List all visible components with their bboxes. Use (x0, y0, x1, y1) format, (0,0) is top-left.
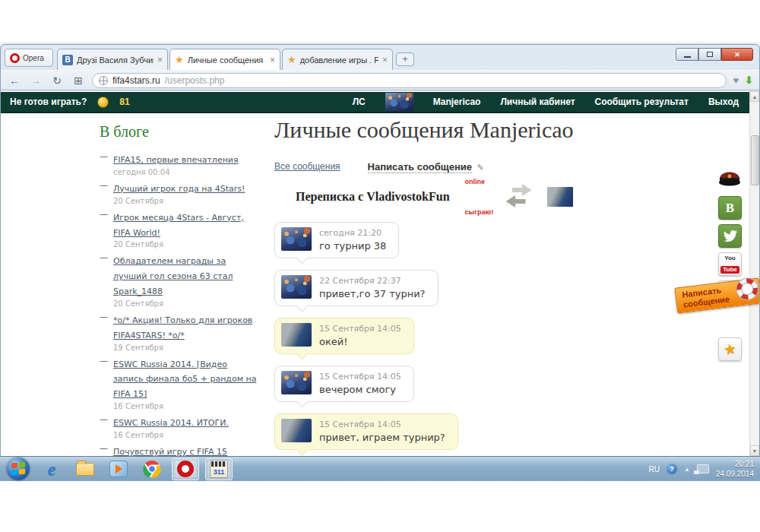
restore-button[interactable] (698, 48, 721, 61)
message-date: 22 Сентября 22:37 (319, 276, 426, 286)
bookmark-heart-icon[interactable]: ♥ (733, 74, 739, 86)
blog-date: 20 Сентября (113, 240, 259, 249)
window-controls: ✕ (676, 48, 753, 61)
tray-expand-icon[interactable]: ▲ (684, 466, 690, 473)
blog-link[interactable]: *o/* Акция! Только для игроков FIFA4STAR… (113, 315, 252, 340)
opera-menu-button[interactable]: Opera (5, 49, 53, 67)
speed-dial-icon[interactable]: ⊞ (71, 75, 86, 86)
blog-link[interactable]: Лучший игрок года на 4Stars! (113, 184, 245, 194)
blog-link[interactable]: ESWC Russia 2014. ИТОГИ. (113, 418, 229, 428)
tray-time: 20:21 (735, 460, 754, 468)
minimize-button[interactable] (676, 48, 698, 61)
ready-to-play-label[interactable]: Не готов играть? (10, 97, 87, 107)
message-text: го турнир 38 (319, 240, 386, 252)
scroll-down-icon[interactable]: ▼ (750, 445, 759, 456)
new-tab-button[interactable]: + (396, 52, 414, 66)
blog-date: 20 Сентября (113, 299, 259, 308)
url-host: fifa4stars.ru (112, 75, 160, 86)
blog-link[interactable]: FIFA15, первые впечатления (113, 155, 239, 165)
download-arrow-icon[interactable]: ⬇ (745, 74, 753, 86)
taskbar-opera[interactable] (172, 458, 199, 480)
opera-icon (177, 461, 194, 477)
close-tab-icon[interactable]: × (270, 55, 275, 65)
twitter-icon[interactable] (718, 224, 742, 248)
tray-clock[interactable]: 20:21 24.09.2014 (716, 459, 754, 479)
folder-icon (76, 463, 94, 476)
opera-window: Opera В Друзі Василя Зубчика | З × ★ Лич… (0, 44, 760, 456)
blog-link[interactable]: ESWC Russia 2014. [Видео запись финала б… (113, 359, 256, 400)
blog-item: Почувствуй игру с FIFA 15 16 Сентября (100, 443, 259, 456)
message-date: 15 Сентября 14:05 (319, 372, 401, 382)
message-text: привет,го 37 турни? (319, 288, 426, 299)
close-button[interactable]: ✕ (721, 48, 753, 61)
ie-icon: e (48, 459, 56, 480)
nav-pm-link[interactable]: ЛС (353, 97, 366, 107)
blog-link[interactable]: Обладателем награды за лучший гол сезона… (113, 256, 233, 296)
language-indicator[interactable]: RU (649, 465, 660, 473)
globe-icon (99, 76, 108, 85)
tab-vk-friends[interactable]: В Друзі Василя Зубчика | З × (57, 49, 168, 70)
message-avatar[interactable] (281, 323, 312, 347)
nav-logout-link[interactable]: Выход (708, 97, 739, 107)
own-avatar[interactable] (547, 187, 573, 207)
desktop: Opera В Друзі Василя Зубчика | З × ★ Лич… (0, 0, 760, 532)
blog-item: ESWC Russia 2014. ИТОГИ. 16 Сентября (100, 414, 259, 439)
message-text: окей! (319, 336, 401, 347)
message-actions: Все сообщения Написать сообщение ✎ (274, 160, 601, 173)
help-icon[interactable]: ? (667, 464, 677, 474)
page-scrollbar[interactable]: ▲ ▼ (749, 91, 759, 456)
blog-date: 20 Сентября (113, 197, 259, 205)
social-column: В You Tube Я ★ Написать (715, 167, 746, 366)
nav-avatar[interactable] (385, 93, 413, 111)
tab-add-game[interactable]: ★ добавление игры . FIFA4 × (282, 49, 393, 70)
blog-date: сегодня 00:04 (113, 168, 259, 176)
page-viewport: Не готов играть? 81 ЛС Manjericao Личный… (1, 91, 759, 456)
star-icon[interactable]: ★ (718, 337, 742, 361)
write-message-link[interactable]: Написать сообщение (368, 161, 472, 173)
blog-item: Лучший игрок года на 4Stars! 20 Сентября (100, 180, 259, 205)
message-avatar[interactable] (281, 371, 312, 394)
system-tray: RU ? ▲ 20:21 24.09.2014 (649, 459, 760, 479)
message-date: сегодня 21:20 (319, 228, 386, 238)
opera-menu-label: Opera (23, 54, 44, 62)
cap-icon[interactable] (717, 167, 746, 190)
scrollbar-thumb[interactable] (751, 135, 759, 185)
taskbar: e 311 RU ? ▲ 20:21 (0, 456, 760, 481)
taskbar-wmp[interactable] (105, 458, 132, 480)
address-bar[interactable]: fifa4stars.ru /userposts.php (92, 73, 727, 88)
message-avatar[interactable] (281, 227, 312, 251)
star-favicon: ★ (287, 55, 296, 65)
tab-personal-messages[interactable]: ★ Личные сообщения Man × (169, 49, 280, 70)
will-play-badge: сыграю! (465, 208, 494, 216)
taskbar-mpc[interactable]: 311 (205, 458, 233, 480)
message-date: 15 Сентября 14:05 (319, 420, 445, 429)
bubble-tail (296, 252, 309, 264)
blog-link[interactable]: Игрок месяца 4Stars - Август, FIFA World… (113, 213, 244, 238)
taskbar-chrome[interactable] (138, 458, 166, 480)
message-bubble: 15 Сентября 14:05 окей! (274, 318, 601, 354)
thread-title: Переписка с VladivostokFun (296, 190, 450, 204)
close-tab-icon[interactable]: × (382, 55, 388, 65)
write-message-ribbon[interactable]: Написать сообщение (674, 277, 759, 314)
scroll-up-icon[interactable]: ▲ (750, 91, 759, 102)
bubble-tail (296, 348, 309, 360)
nav-cabinet-link[interactable]: Личный кабинет (500, 97, 575, 107)
network-icon[interactable] (697, 464, 709, 473)
all-messages-link[interactable]: Все сообщения (274, 161, 340, 172)
message-avatar[interactable] (281, 419, 312, 442)
taskbar-explorer[interactable] (71, 458, 99, 480)
close-tab-icon[interactable]: × (157, 55, 163, 65)
forward-icon[interactable]: → (28, 75, 43, 86)
nav-username-link[interactable]: Manjericao (433, 97, 481, 107)
blog-item: *o/* Акция! Только для игроков FIFA4STAR… (100, 312, 259, 352)
reload-icon[interactable]: ↻ (49, 75, 65, 86)
blog-link[interactable]: Почувствуй игру с FIFA 15 (113, 447, 227, 456)
youtube-icon[interactable]: You Tube (718, 252, 742, 276)
message-avatar[interactable] (281, 275, 312, 299)
nav-report-result-link[interactable]: Сообщить результат (595, 97, 689, 107)
tray-date: 24.09.2014 (716, 470, 754, 478)
vk-icon[interactable]: В (718, 196, 742, 220)
taskbar-ie[interactable]: e (38, 458, 65, 480)
back-icon[interactable]: ← (7, 75, 22, 86)
start-button[interactable] (5, 458, 32, 480)
